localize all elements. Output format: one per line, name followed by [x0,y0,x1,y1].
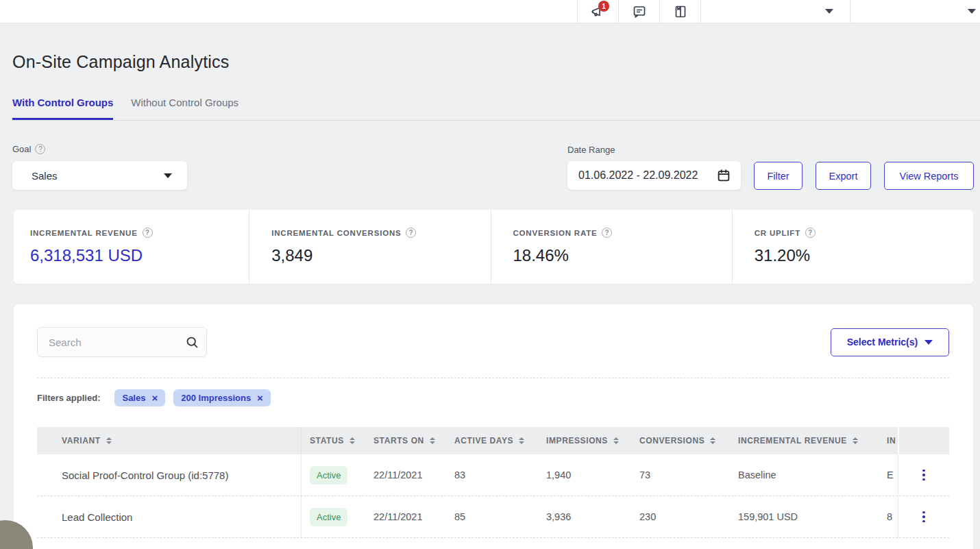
table-row[interactable]: Lead Collection Active 22/11/2021 85 3,9… [37,496,949,538]
column-label: ACTIVE DAYS [454,436,513,446]
cell-active-days: 83 [446,469,538,480]
sort-icon[interactable] [350,437,355,445]
sort-icon[interactable] [106,437,112,445]
column-label: IN [887,436,896,446]
docs-button[interactable] [659,0,700,23]
table-row[interactable]: Social Proof-Control Group (id:5778) Act… [37,454,949,496]
cell-variant: Lead Collection [37,496,302,537]
chevron-down-icon [164,173,172,178]
close-icon[interactable]: × [257,393,263,403]
account-dropdown[interactable] [700,0,850,23]
chevron-down-icon [968,9,976,14]
filter-chip-sales[interactable]: Sales × [114,389,165,406]
cell-impressions: 3,936 [538,511,631,522]
goal-select[interactable]: Sales [12,161,187,190]
cell-conversions: 73 [631,469,730,480]
help-icon[interactable]: ? [805,228,816,238]
kpi-value: 3,849 [271,246,490,265]
cell-actions [898,454,949,496]
kpi-label: CONVERSION RATE ? [513,228,732,238]
goal-selected-value: Sales [32,170,58,182]
sort-icon[interactable] [519,437,524,445]
column-header-truncated[interactable]: IN [879,436,898,446]
cell-active-days: 85 [446,511,538,522]
column-header-incremental-revenue[interactable]: INCREMENTAL REVENUE [730,436,879,446]
cell-truncated: E [879,469,898,480]
column-label: STATUS [310,436,344,446]
help-icon[interactable]: ? [602,228,612,238]
kpi-label: INCREMENTAL REVENUE ? [30,228,249,238]
kebab-menu-icon[interactable] [918,465,929,485]
chevron-down-icon [924,340,933,345]
cell-starts-on: 22/11/2021 [365,511,446,522]
table-header-row: VARIANT STATUS STARTS ON ACTIVE DAYS IMP… [37,427,949,454]
column-label: VARIANT [62,436,101,446]
date-range-picker[interactable]: 01.06.2022 - 22.09.2022 [567,161,741,190]
date-range-label: Date Range [567,145,741,155]
calendar-icon [716,168,731,183]
notification-badge: 1 [598,1,609,12]
tab-bar: With Control Groups Without Control Grou… [12,97,980,121]
kpi-label: CR UPLIFT ? [755,228,973,238]
column-header-actions [898,427,949,454]
chip-label: 200 Impressions [181,393,251,403]
view-reports-button[interactable]: View Reports [884,162,974,190]
help-icon[interactable]: ? [35,144,45,154]
kpi-conversion-rate: CONVERSION RATE ? 18.46% [491,210,732,284]
sort-icon[interactable] [853,437,858,445]
chevron-down-icon [825,9,833,14]
cell-incremental-revenue: Baseline [730,469,879,480]
export-button[interactable]: Export [816,162,871,190]
sort-icon[interactable] [710,437,715,445]
sort-icon[interactable] [613,437,619,445]
user-dropdown[interactable] [850,0,980,23]
search-input[interactable] [39,337,185,348]
kpi-value: 31.20% [755,246,973,265]
sort-icon[interactable] [430,437,435,445]
tab-with-control-groups[interactable]: With Control Groups [12,97,113,120]
kpi-incremental-conversions: INCREMENTAL CONVERSIONS ? 3,849 [249,210,490,284]
status-badge: Active [310,508,347,526]
column-header-status[interactable]: STATUS [302,436,365,446]
column-header-conversions[interactable]: CONVERSIONS [631,436,730,446]
kpi-label-text: CONVERSION RATE [513,229,598,237]
right-controls: Date Range 01.06.2022 - 22.09.2022 Filte… [567,145,974,190]
kpi-label: INCREMENTAL CONVERSIONS ? [271,228,490,238]
cell-truncated: 8 [879,511,898,522]
column-header-starts-on[interactable]: STARTS ON [365,436,446,446]
column-header-active-days[interactable]: ACTIVE DAYS [446,436,538,446]
column-header-variant[interactable]: VARIANT [37,427,302,454]
column-header-impressions[interactable]: IMPRESSIONS [538,436,631,446]
status-badge: Active [310,466,347,485]
goal-group: Goal ? Sales [12,144,187,190]
goal-label: Goal ? [12,144,187,154]
kpi-panel: INCREMENTAL REVENUE ? 6,318,531 USD INCR… [14,210,973,284]
book-icon [672,3,689,20]
cell-actions [898,496,949,537]
select-metrics-button[interactable]: Select Metric(s) [831,328,949,356]
top-bar: 1 [0,0,980,23]
column-label: IMPRESSIONS [546,436,608,446]
kebab-menu-icon[interactable] [918,507,929,527]
cell-variant: Social Proof-Control Group (id:5778) [37,454,302,496]
kpi-label-text: CR UPLIFT [755,229,800,237]
cell-conversions: 230 [631,511,730,522]
kpi-label-text: INCREMENTAL REVENUE [30,229,138,237]
messages-button[interactable] [618,0,659,23]
tab-without-control-groups[interactable]: Without Control Groups [131,97,238,120]
page-title: On-Site Campaign Analytics [12,52,980,72]
date-range-value: 01.06.2022 - 22.09.2022 [578,169,698,182]
notifications-button[interactable]: 1 [577,0,618,23]
select-metrics-label: Select Metric(s) [847,337,918,347]
search-icon[interactable] [185,335,199,350]
close-icon[interactable]: × [151,393,158,403]
filters-applied-label: Filters applied: [37,393,100,403]
kpi-value: 6,318,531 USD [30,246,249,265]
help-icon[interactable]: ? [143,228,153,238]
help-icon[interactable]: ? [406,228,416,238]
kpi-incremental-revenue: INCREMENTAL REVENUE ? 6,318,531 USD [14,210,249,284]
filter-chip-impressions[interactable]: 200 Impressions × [173,389,271,406]
variants-table: VARIANT STATUS STARTS ON ACTIVE DAYS IMP… [37,427,949,538]
search-box [37,327,207,357]
filter-button[interactable]: Filter [754,162,803,190]
